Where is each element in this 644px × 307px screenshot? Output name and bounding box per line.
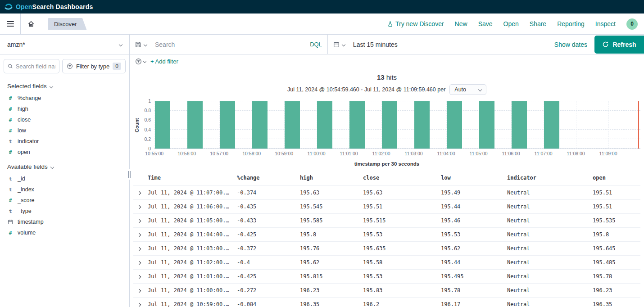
expand-row-button[interactable] <box>133 228 145 242</box>
menu-hamburger-button[interactable] <box>0 14 21 34</box>
expand-row-button[interactable] <box>133 270 145 284</box>
date-field-icon <box>7 219 14 225</box>
histogram-bar-11-02-00[interactable] <box>382 101 397 149</box>
calendar-icon <box>333 41 340 48</box>
field-index[interactable]: t_index <box>0 184 129 195</box>
column-header-indicator[interactable]: indicator <box>504 171 590 186</box>
y-axis-title: Count <box>133 101 141 149</box>
expand-row-button[interactable] <box>133 242 145 256</box>
x-axis-tick-label: 10:55:00 <box>145 151 163 156</box>
column-header-close[interactable]: close <box>360 171 438 186</box>
cell-high: 195.62 <box>297 256 360 270</box>
expand-row-icon <box>137 233 141 237</box>
counter-badge[interactable]: 0 <box>626 18 638 30</box>
column-header-time[interactable]: Time <box>145 171 234 186</box>
menu-item-try-new-discover[interactable]: Try new Discover <box>387 20 444 27</box>
column-header-high[interactable]: high <box>297 171 360 186</box>
histogram-bar-11-06-00[interactable] <box>512 101 527 149</box>
histogram-bar-10-58-00[interactable] <box>252 101 268 149</box>
histogram-bar-11-01-00[interactable] <box>349 101 365 149</box>
field-name: indicator <box>18 138 39 144</box>
sidebar-resize-handle[interactable] <box>127 169 132 180</box>
chevron-down-icon <box>50 165 54 168</box>
expand-row-button[interactable] <box>133 256 145 270</box>
saved-filters-menu-button[interactable] <box>135 58 146 65</box>
search-query-input[interactable] <box>152 35 304 54</box>
x-axis-title: timestamp per 30 seconds <box>133 161 640 167</box>
menu-item-save[interactable]: Save <box>478 20 493 27</box>
refresh-button[interactable]: Refresh <box>594 36 644 54</box>
menu-item-share[interactable]: Share <box>530 20 546 27</box>
string-field-icon: t <box>7 208 14 214</box>
column-header-low[interactable]: low <box>438 171 504 186</box>
column-header-pctchange[interactable]: %change <box>234 171 297 186</box>
y-axis-tick-label: 0.2 <box>144 136 151 142</box>
home-button[interactable] <box>21 14 41 34</box>
expand-row-button[interactable] <box>133 214 145 228</box>
filter-icon <box>67 63 73 69</box>
histogram-bar-10-56-00[interactable] <box>187 101 203 149</box>
field-pctchange[interactable]: #%change <box>0 93 129 104</box>
field-score[interactable]: #_score <box>0 195 129 206</box>
date-picker-menu-button[interactable] <box>327 35 350 54</box>
field-search-box[interactable] <box>4 59 59 73</box>
field-volume[interactable]: #volume <box>0 227 129 238</box>
histogram-bar-11-03-00[interactable] <box>414 101 430 149</box>
saved-query-menu-button[interactable] <box>130 35 152 54</box>
cell-indicator: Neutral <box>504 270 590 284</box>
expand-row-button[interactable] <box>133 200 145 214</box>
cell-low: 195.44 <box>438 256 504 270</box>
dql-language-button[interactable]: DQL <box>304 41 327 48</box>
workspace: amzn* Filter by type 0 Selected fields #… <box>0 35 644 307</box>
field-search-input[interactable] <box>16 63 55 70</box>
histogram-bar-11-00-00[interactable] <box>317 101 332 149</box>
y-axis-tick-label: 0.8 <box>144 108 151 113</box>
field-indicator[interactable]: tindicator <box>0 136 129 147</box>
field-timestamp[interactable]: timestamp <box>0 217 129 227</box>
cell-low: 195.62 <box>438 242 504 256</box>
field-name: open <box>18 149 30 155</box>
histogram-bar-11-04-00[interactable] <box>447 101 462 149</box>
selected-fields-header[interactable]: Selected fields <box>0 77 129 93</box>
documents-table: Time%changehighcloselowindicatoropen Jul… <box>133 171 640 307</box>
field-name: %change <box>18 95 41 101</box>
menu-item-new[interactable]: New <box>455 20 467 27</box>
show-dates-button[interactable]: Show dates <box>547 41 594 48</box>
histogram-bar-11-07-00[interactable] <box>544 101 559 149</box>
breadcrumb-discover[interactable]: Discover <box>48 18 87 30</box>
expand-row-button[interactable] <box>133 284 145 298</box>
field-low[interactable]: #low <box>0 125 129 136</box>
interval-select[interactable]: Auto <box>449 84 486 95</box>
field-high[interactable]: #high <box>0 104 129 114</box>
plot-area[interactable] <box>154 101 640 149</box>
index-pattern-selector[interactable]: amzn* <box>0 35 129 54</box>
beaker-icon <box>387 21 393 27</box>
time-range-button[interactable]: Last 15 minutes <box>350 41 400 48</box>
cell-open: 195.485 <box>590 256 640 270</box>
x-axis-tick-label: 10:57:00 <box>210 151 228 156</box>
field-name: timestamp <box>18 219 44 225</box>
field-id[interactable]: t_id <box>0 173 129 184</box>
expand-row-button[interactable] <box>133 186 145 200</box>
opensearch-logo-icon[interactable] <box>5 3 13 11</box>
menu-item-inspect[interactable]: Inspect <box>595 20 616 27</box>
cell-time: Jul 11, 2024 @ 11:04:00.000 <box>145 228 234 242</box>
filter-by-type-button[interactable]: Filter by type 0 <box>62 59 126 73</box>
histogram-bar-11-05-00[interactable] <box>479 101 494 149</box>
field-close[interactable]: #close <box>0 114 129 125</box>
cell-open: 196.35 <box>590 298 640 307</box>
expand-row-icon <box>137 275 141 279</box>
menu-item-open[interactable]: Open <box>503 20 519 27</box>
available-fields-header[interactable]: Available fields <box>0 158 129 173</box>
refresh-label: Refresh <box>612 41 636 48</box>
histogram-bar-10-55-00[interactable] <box>155 101 170 149</box>
histogram-bar-10-59-00[interactable] <box>285 101 300 149</box>
field-open[interactable]: #open <box>0 147 129 158</box>
add-filter-button[interactable]: + Add filter <box>150 58 178 65</box>
expand-row-button[interactable] <box>133 298 145 307</box>
histogram-bar-10-57-00[interactable] <box>220 101 235 149</box>
column-header-open[interactable]: open <box>590 171 640 186</box>
logo-open-text: Open <box>16 3 32 10</box>
field-type[interactable]: t_type <box>0 206 129 217</box>
menu-item-reporting[interactable]: Reporting <box>557 20 585 27</box>
